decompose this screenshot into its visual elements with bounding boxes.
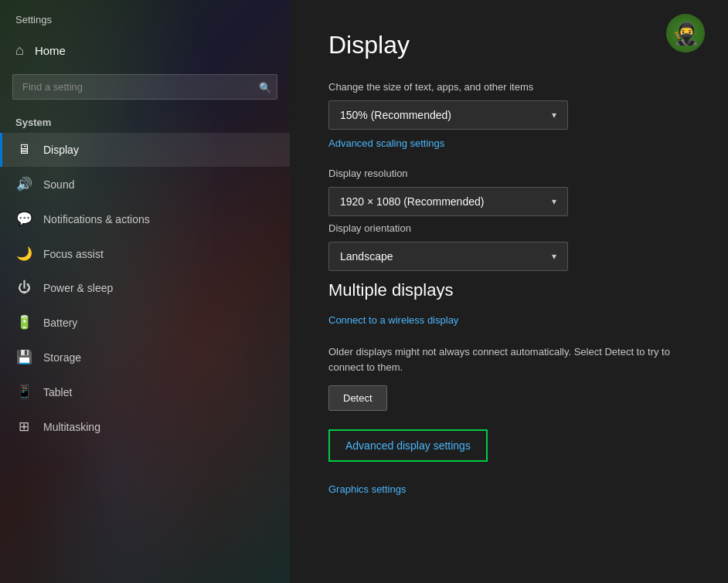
sound-icon: 🔊 xyxy=(15,176,32,192)
orientation-label: Display orientation xyxy=(328,222,689,234)
avatar-image: 🥷 xyxy=(666,14,705,53)
sidebar-item-focus[interactable]: 🌙 Focus assist xyxy=(0,236,290,271)
tablet-icon: 📱 xyxy=(15,384,32,400)
sidebar-item-sound[interactable]: 🔊 Sound xyxy=(0,167,290,202)
battery-icon: 🔋 xyxy=(15,314,32,330)
notifications-icon: 💬 xyxy=(15,211,32,227)
scale-dropdown[interactable]: 150% (Recommended) ▾ xyxy=(328,100,568,130)
resolution-chevron-icon: ▾ xyxy=(552,196,556,207)
search-box: 🔍 xyxy=(12,74,277,100)
scale-chevron-icon: ▾ xyxy=(552,110,556,120)
sidebar-item-power[interactable]: ⏻ Power & sleep xyxy=(0,271,290,305)
resolution-value: 1920 × 1080 (Recommended) xyxy=(340,195,484,208)
sidebar-item-display[interactable]: 🖥 Display xyxy=(0,133,290,167)
sidebar-item-tablet[interactable]: 📱 Tablet xyxy=(0,375,290,409)
sidebar: Settings ⌂ Home 🔍 System 🖥 Display 🔊 Sou… xyxy=(0,0,290,583)
main-content: 🥷 Display Change the size of text, apps,… xyxy=(290,0,728,583)
app-title: Settings xyxy=(0,0,290,33)
system-section-label: System xyxy=(0,106,290,133)
sidebar-item-battery[interactable]: 🔋 Battery xyxy=(0,305,290,340)
power-label: Power & sleep xyxy=(43,282,113,294)
sidebar-item-storage[interactable]: 💾 Storage xyxy=(0,340,290,375)
power-icon: ⏻ xyxy=(15,280,32,296)
storage-icon: 💾 xyxy=(15,349,32,365)
scale-value: 150% (Recommended) xyxy=(340,109,451,121)
page-title: Display xyxy=(328,31,689,59)
storage-label: Storage xyxy=(43,351,81,364)
display-label: Display xyxy=(43,144,79,156)
tablet-label: Tablet xyxy=(43,386,72,398)
wireless-display-link[interactable]: Connect to a wireless display xyxy=(328,314,458,326)
orientation-chevron-icon: ▾ xyxy=(552,251,556,262)
display-icon: 🖥 xyxy=(15,142,32,158)
orientation-value: Landscape xyxy=(340,250,393,263)
multiple-displays-heading: Multiple displays xyxy=(328,280,689,300)
focus-icon: 🌙 xyxy=(15,246,32,262)
orientation-dropdown[interactable]: Landscape ▾ xyxy=(328,242,568,271)
search-input[interactable] xyxy=(12,74,277,100)
resolution-label: Display resolution xyxy=(328,168,689,179)
home-icon: ⌂ xyxy=(15,42,24,59)
avatar: 🥷 xyxy=(666,14,705,53)
home-button[interactable]: ⌂ Home xyxy=(0,33,290,68)
sidebar-item-multitasking[interactable]: ⊞ Multitasking xyxy=(0,409,290,444)
resolution-dropdown[interactable]: 1920 × 1080 (Recommended) ▾ xyxy=(328,187,568,216)
search-icon[interactable]: 🔍 xyxy=(259,81,271,93)
avatar-emoji: 🥷 xyxy=(672,21,699,46)
detect-button[interactable]: Detect xyxy=(328,385,387,411)
home-label: Home xyxy=(35,44,66,57)
multitasking-icon: ⊞ xyxy=(15,419,32,435)
graphics-settings-link[interactable]: Graphics settings xyxy=(328,483,406,495)
sound-label: Sound xyxy=(43,178,74,191)
advanced-display-settings-box[interactable]: Advanced display settings xyxy=(328,429,488,462)
advanced-scaling-link[interactable]: Advanced scaling settings xyxy=(328,137,444,149)
scale-label: Change the size of text, apps, and other… xyxy=(328,81,689,93)
notifications-label: Notifications & actions xyxy=(43,213,150,225)
advanced-display-link[interactable]: Advanced display settings xyxy=(345,439,471,452)
focus-label: Focus assist xyxy=(43,248,104,260)
older-displays-text: Older displays might not always connect … xyxy=(328,344,689,375)
multitasking-label: Multitasking xyxy=(43,421,100,433)
battery-label: Battery xyxy=(43,317,77,329)
sidebar-item-notifications[interactable]: 💬 Notifications & actions xyxy=(0,202,290,236)
